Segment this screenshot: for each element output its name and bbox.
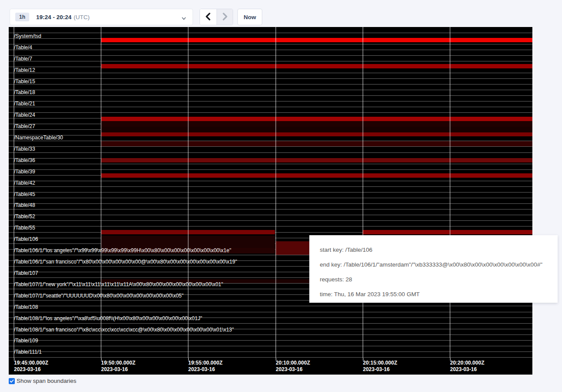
span-boundary-line [9, 220, 532, 221]
span-key-label: /Table/33 [14, 146, 35, 152]
span-boundary-line [9, 146, 532, 147]
span-boundary-line [9, 226, 532, 226]
span-boundary-line [9, 340, 532, 341]
span-boundary-line [9, 306, 532, 306]
span-key-label: /Table/108/1/"san francisco"/"\x8c\xcc\x… [14, 327, 234, 333]
tooltip-end-key: end key: /Table/106/1/"amsterdam"/"\xb33… [320, 259, 547, 270]
span-boundary-line [9, 198, 532, 198]
chevron-down-icon [181, 15, 186, 23]
span-boundary-line [9, 50, 532, 50]
span-boundary-line [9, 351, 532, 352]
span-key-label: /Table/107/1/"seattle"/"UUUUUUD\x00\x80\… [14, 293, 183, 299]
tooltip-start-key: start key: /Table/106 [320, 244, 547, 255]
time-zone-label: (UTC) [74, 14, 90, 20]
span-key-label: /Table/109 [14, 338, 38, 344]
span-key-label: /NamespaceTable/30 [14, 135, 63, 141]
axis-time-label: 20:10:00.000Z2023-03-16 [276, 360, 310, 373]
span-boundary-line [9, 312, 532, 312]
span-key-label: /Table/24 [14, 112, 35, 118]
span-boundary-line [9, 346, 532, 346]
span-boundary-line [9, 61, 532, 61]
heat-bar[interactable] [101, 173, 532, 178]
span-key-label: /Table/7 [14, 56, 32, 62]
span-key-label: /Table/106 [14, 236, 38, 242]
span-boundary-line [9, 169, 532, 170]
span-key-label: /System/tsd [14, 33, 41, 39]
checkbox-checked-icon[interactable] [9, 378, 15, 384]
heat-bar[interactable] [101, 121, 532, 127]
span-key-label: /Table/18 [14, 89, 35, 95]
span-tooltip: start key: /Table/106 end key: /Table/10… [309, 235, 558, 303]
axis-time-label: 19:45:00.000Z2023-03-16 [14, 360, 48, 373]
span-key-label: /Table/4 [14, 44, 32, 51]
checkbox-label: Show span boundaries [17, 378, 76, 384]
heat-bar[interactable] [101, 117, 532, 121]
time-gridline [450, 27, 450, 358]
span-boundary-line [9, 44, 532, 44]
axis-time-label: 20:15:00.000Z2023-03-16 [363, 360, 397, 373]
span-key-label: /Table/42 [14, 180, 35, 186]
span-boundary-line [9, 112, 532, 113]
span-boundary-line [9, 55, 532, 56]
span-key-label: /Table/21 [14, 101, 35, 107]
span-key-label: /Table/15 [14, 78, 35, 84]
span-boundary-line [9, 101, 532, 101]
time-axis: 19:45:00.000Z2023-03-1619:50:00.000Z2023… [9, 358, 532, 375]
time-range-label: 19:24 - 20:24 [36, 14, 71, 20]
span-key-label: /Table/107 [14, 270, 38, 276]
axis-time-label: 19:50:00.000Z2023-03-16 [101, 360, 135, 373]
now-button[interactable]: Now [237, 9, 262, 25]
span-boundary-line [9, 73, 532, 73]
time-gridline [101, 27, 102, 358]
span-key-label: /Table/12 [14, 67, 35, 73]
key-visualizer-heatmap[interactable]: 19:45:00.000Z2023-03-1619:50:00.000Z2023… [9, 27, 532, 375]
span-key-label: /Table/39 [14, 169, 35, 175]
time-gridline [188, 27, 189, 358]
heat-bar[interactable] [101, 141, 532, 146]
heat-bar[interactable] [101, 132, 532, 136]
span-key-label: /Table/27 [14, 123, 35, 129]
show-span-boundaries-toggle[interactable]: Show span boundaries [9, 378, 76, 384]
next-time-button[interactable] [217, 9, 233, 25]
span-boundary-line [9, 33, 532, 33]
tooltip-requests: requests: 28 [320, 274, 547, 285]
span-boundary-line [9, 323, 532, 324]
tooltip-time: time: Thu, 16 Mar 2023 19:55:00 GMT [320, 289, 547, 300]
span-boundary-line [9, 192, 532, 193]
span-boundary-line [9, 95, 532, 96]
span-boundary-line [9, 186, 532, 187]
previous-time-button[interactable] [200, 9, 217, 25]
heat-bar[interactable] [101, 64, 532, 68]
span-key-label: /Table/111/1 [14, 349, 42, 355]
chevron-left-icon [205, 13, 212, 22]
span-boundary-line [9, 152, 532, 153]
span-boundary-line [9, 357, 532, 358]
span-key-label: /Table/48 [14, 202, 35, 208]
span-boundary-line [9, 78, 532, 79]
heat-bar[interactable] [101, 38, 532, 42]
span-boundary-line [9, 209, 532, 210]
span-key-label: /Table/106/1/"san francisco"/"\x80\x00\x… [14, 259, 237, 265]
span-boundary-line [9, 164, 532, 164]
span-boundary-line [9, 90, 532, 90]
time-range-select[interactable]: 1h 19:24 - 20:24 (UTC) [10, 9, 193, 25]
span-key-label: /Table/55 [14, 225, 35, 231]
span-boundary-line [9, 335, 532, 335]
time-gridline [275, 27, 276, 358]
span-key-label: /Table/106/1/"los angeles"/"\x99\x99\x99… [14, 247, 231, 253]
span-boundary-line [9, 84, 532, 84]
time-gridline [362, 27, 363, 358]
span-key-label: /Table/108 [14, 304, 38, 310]
axis-time-label: 19:55:00.000Z2023-03-16 [188, 360, 223, 373]
heat-bar[interactable] [101, 127, 532, 132]
time-preset-badge: 1h [15, 13, 29, 21]
span-boundary-line [9, 107, 532, 107]
span-key-label: /Table/108/1/"los angeles"/"\xa8\xf5\u00… [14, 315, 202, 321]
heat-bar[interactable] [101, 158, 532, 162]
span-key-label: /Table/52 [14, 213, 35, 220]
span-key-label: /Table/107/1/"new york"/"\x11\x11\x11\x1… [14, 281, 223, 287]
span-key-label: /Table/45 [14, 191, 35, 197]
span-boundary-line [9, 203, 532, 204]
heat-bar[interactable] [362, 230, 532, 234]
time-nav-group [200, 9, 233, 25]
